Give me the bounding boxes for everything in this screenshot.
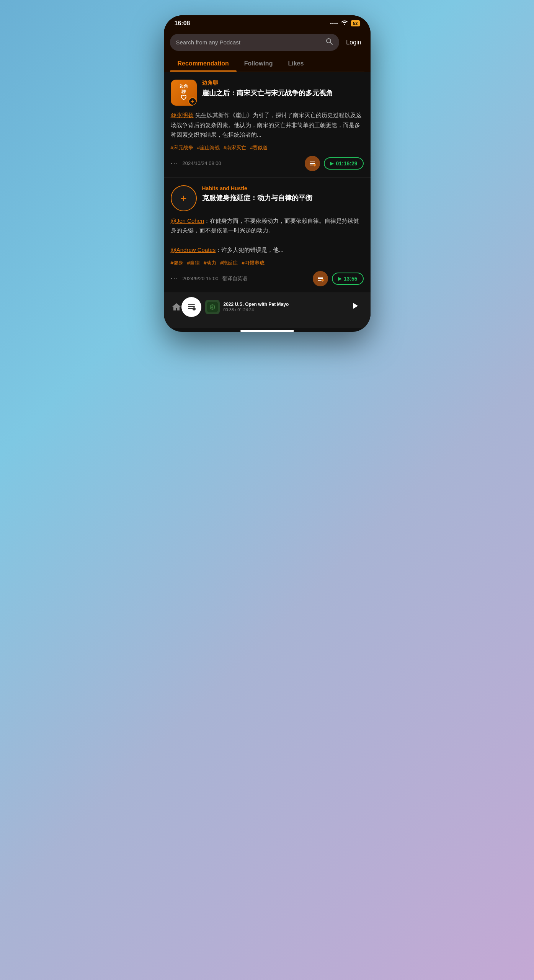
search-bar[interactable]: Search from any Podcast <box>170 34 340 51</box>
svg-rect-13 <box>188 306 195 307</box>
card-2-footer-right: + ▶ 13:55 <box>313 271 364 286</box>
content-area: 边角 聊 🛡 + 边角聊 崖山之后：南宋灭亡与宋元战争的多元视角 @张明扬 先生… <box>164 72 371 293</box>
card-1-info: 边角聊 崖山之后：南宋灭亡与宋元战争的多元视角 <box>202 80 364 98</box>
svg-marker-20 <box>353 303 358 309</box>
home-indicator <box>240 330 294 332</box>
status-bar: 16:08 ▪▪▪▪ 52 <box>164 15 371 30</box>
podcast-card-1: 边角 聊 🛡 + 边角聊 崖山之后：南宋灭亡与宋元战争的多元视角 @张明扬 先生… <box>164 72 371 178</box>
search-icon[interactable] <box>325 38 333 47</box>
svg-rect-9 <box>318 280 322 281</box>
tag-1-3[interactable]: #南宋灭亡 <box>224 144 246 151</box>
card-1-footer: ··· 2024/10/24 08:00 + ▶ <box>171 156 364 171</box>
svg-rect-12 <box>188 304 195 305</box>
svg-rect-4 <box>310 165 314 165</box>
svg-rect-16 <box>193 308 196 310</box>
duration-1: 01:16:29 <box>336 160 357 167</box>
now-playing-bar[interactable]: 🎙 2022 U.S. Open with Pat Mayo 00:38 / 0… <box>201 300 363 314</box>
wifi-icon <box>341 20 348 27</box>
card-1-footer-right: + ▶ 01:16:29 <box>305 156 363 171</box>
now-playing-time: 00:38 / 01:24:24 <box>224 307 347 312</box>
card-2-header: + Habits and Hustle 克服健身拖延症：动力与自律的平衡 <box>171 185 364 211</box>
translate-label-2: 翻译自英语 <box>222 275 247 282</box>
add-queue-1[interactable]: + <box>305 156 320 171</box>
battery-display: 52 <box>351 20 359 26</box>
podcast-1-source: 边角聊 <box>202 80 364 87</box>
mention-2-1[interactable]: @Jen Cohen <box>171 217 204 224</box>
card-2-info: Habits and Hustle 克服健身拖延症：动力与自律的平衡 <box>202 185 364 203</box>
podcast-2-thumb[interactable]: + <box>171 185 197 211</box>
tags-2: #健身 #自律 #动力 #拖延症 #习惯养成 <box>171 260 364 266</box>
card-1-header: 边角 聊 🛡 + 边角聊 崖山之后：南宋灭亡与宋元战争的多元视角 <box>171 80 364 106</box>
svg-rect-3 <box>310 163 315 164</box>
svg-rect-2 <box>310 162 315 162</box>
search-row: Search from any Podcast Login <box>170 34 364 51</box>
podcast-1-thumb[interactable]: 边角 聊 🛡 + <box>171 80 197 106</box>
timestamp-1: 2024/10/24 08:00 <box>183 160 221 166</box>
play-icon-1: ▶ <box>330 161 333 166</box>
tag-2-2[interactable]: #自律 <box>187 260 200 266</box>
more-options-1[interactable]: ··· <box>171 159 179 167</box>
app-header: Search from any Podcast Login Recommenda… <box>164 30 371 72</box>
svg-text:🎙: 🎙 <box>210 304 215 310</box>
card-2-footer-left: ··· 2024/9/20 15:00 翻译自英语 <box>171 274 247 283</box>
play-icon-2: ▶ <box>338 276 341 281</box>
episode-2-desc: @Jen Cohen：在健身方面，不要依赖动力，而要依赖自律。自律是持续健身的关… <box>171 216 364 255</box>
svg-rect-14 <box>188 308 193 309</box>
svg-rect-7 <box>318 277 323 278</box>
status-icons: ▪▪▪▪ 52 <box>330 20 359 27</box>
now-playing-play-button[interactable] <box>351 302 359 312</box>
phone-frame: 16:08 ▪▪▪▪ 52 Search from any Podcast <box>164 15 371 332</box>
add-queue-2[interactable]: + <box>313 271 328 286</box>
mention-1[interactable]: @张明扬 <box>171 112 194 118</box>
tab-likes[interactable]: Likes <box>280 56 311 72</box>
svg-rect-8 <box>318 278 323 279</box>
tag-2-5[interactable]: #习惯养成 <box>242 260 264 266</box>
duration-2: 13:55 <box>344 276 358 282</box>
bottom-nav: 🎙 2022 U.S. Open with Pat Mayo 00:38 / 0… <box>164 293 371 328</box>
tab-bar: Recommendation Following Likes <box>170 56 364 72</box>
play-button-2[interactable]: ▶ 13:55 <box>332 273 364 285</box>
tag-1-4[interactable]: #贾似道 <box>250 144 268 151</box>
search-placeholder: Search from any Podcast <box>176 39 322 46</box>
now-playing-info: 2022 U.S. Open with Pat Mayo 00:38 / 01:… <box>224 302 347 312</box>
tag-1-1[interactable]: #宋元战争 <box>171 144 193 151</box>
episode-1-desc: @张明扬 先生以其新作《崖山》为引子，探讨了南宋灭亡的历史过程以及这场战争背后的… <box>171 110 364 140</box>
tag-2-3[interactable]: #动力 <box>204 260 216 266</box>
tag-2-1[interactable]: #健身 <box>171 260 183 266</box>
time-display: 16:08 <box>175 20 190 27</box>
svg-line-1 <box>330 42 333 45</box>
svg-text:+: + <box>314 165 315 167</box>
podcast-card-2: + Habits and Hustle 克服健身拖延症：动力与自律的平衡 @Je… <box>164 178 371 293</box>
signal-icon: ▪▪▪▪ <box>330 21 338 26</box>
timestamp-2: 2024/9/20 15:00 <box>183 276 219 281</box>
nav-library-button[interactable] <box>181 297 201 317</box>
card-2-footer: ··· 2024/9/20 15:00 翻译自英语 + <box>171 271 364 286</box>
play-button-1[interactable]: ▶ 01:16:29 <box>324 157 363 170</box>
tag-2-4[interactable]: #拖延症 <box>220 260 238 266</box>
episode-1-title: 崖山之后：南宋灭亡与宋元战争的多元视角 <box>202 88 364 98</box>
more-options-2[interactable]: ··· <box>171 274 179 283</box>
now-playing-thumb: 🎙 <box>205 300 220 314</box>
card-1-footer-left: ··· 2024/10/24 08:00 <box>171 159 221 167</box>
tab-recommendation[interactable]: Recommendation <box>170 56 237 72</box>
subscribe-plus-badge[interactable]: + <box>188 97 197 106</box>
tags-1: #宋元战争 #崖山海战 #南宋灭亡 #贾似道 <box>171 144 364 151</box>
podcast-2-source: Habits and Hustle <box>202 185 364 191</box>
svg-text:+: + <box>322 280 323 282</box>
now-playing-title: 2022 U.S. Open with Pat Mayo <box>224 302 347 308</box>
nav-home-button[interactable] <box>171 302 181 312</box>
tag-1-2[interactable]: #崖山海战 <box>197 144 220 151</box>
mention-2-2[interactable]: @Andrew Coates <box>171 247 216 253</box>
episode-2-title: 克服健身拖延症：动力与自律的平衡 <box>202 193 364 203</box>
tab-following[interactable]: Following <box>237 56 281 72</box>
login-button[interactable]: Login <box>343 38 364 47</box>
